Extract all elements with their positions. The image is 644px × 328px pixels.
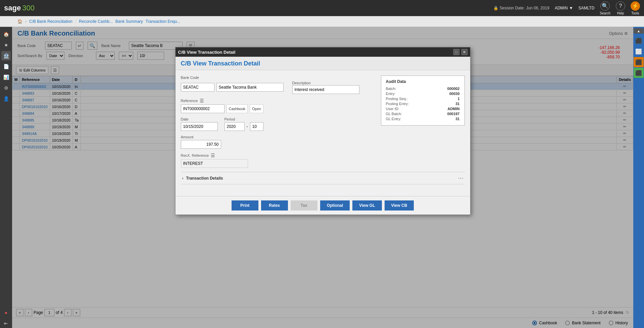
audit-posting-seq-row: Posting Seq.: 1 bbox=[386, 97, 460, 101]
modal-bank-code-field: Bank Code Description bbox=[181, 76, 376, 94]
modal-titlebar: C/B View Transaction Detail □ ✕ bbox=[176, 47, 470, 57]
modal-titlebar-text: C/B View Transaction Detail bbox=[178, 50, 236, 55]
audit-user-id-row: User ID: ADMIN bbox=[386, 107, 460, 111]
audit-entry-value: 00030 bbox=[449, 92, 460, 96]
audit-user-id-value: ADMIN bbox=[447, 107, 459, 111]
transaction-details-header[interactable]: › Transaction Details ⋯ bbox=[181, 172, 465, 184]
modal-description-input[interactable] bbox=[292, 85, 359, 94]
breadcrumb-cb-bank[interactable]: C/B Bank Reconciliation bbox=[29, 19, 72, 24]
main-layout: 🏠 ★ 🏦 📄 📊 ⚙ 👤 ● ⇤ C/B Bank Reconciliatio… bbox=[0, 27, 644, 328]
search-button[interactable]: 🔍 Search bbox=[600, 1, 610, 15]
audit-gl-entry-label: GL Entry: bbox=[386, 117, 401, 121]
audit-gl-batch-row: GL Batch: 000197 bbox=[386, 112, 460, 116]
modal-date-label: Date bbox=[181, 117, 218, 121]
sidebar-icon-red[interactable]: ● bbox=[1, 308, 11, 317]
modal-date-field: Date bbox=[181, 117, 218, 131]
right-btn-2[interactable]: ⬜ bbox=[634, 46, 644, 56]
breadcrumb-reconcile[interactable]: Reconcile Cashb... bbox=[79, 19, 113, 24]
right-btn-1[interactable]: ⬛ bbox=[634, 36, 644, 46]
modal-title-heading: C/B View Transaction Detail bbox=[181, 60, 260, 67]
modal-bank-code-label: Bank Code bbox=[181, 76, 376, 80]
rates-button[interactable]: Rates bbox=[261, 200, 288, 210]
breadcrumb-bar: 🏠 › C/B Bank Reconciliation : Reconcile … bbox=[0, 16, 644, 27]
modal-footer: Print Rates Tax Optional View GL View CB bbox=[176, 196, 470, 215]
audit-entry-label: Entry: bbox=[386, 92, 396, 96]
sidebar-icon-collapse[interactable]: ⇤ bbox=[1, 319, 11, 328]
admin-button[interactable]: ADMIN ▼ bbox=[555, 6, 573, 10]
modal-reference-label: Reference bbox=[181, 99, 198, 103]
top-bar-right: 🔒 Session Date: Jun 06, 2019 ADMIN ▼ SAM… bbox=[493, 1, 640, 15]
sidebar-icon-bank[interactable]: 🏦 bbox=[1, 51, 11, 60]
modal-date-input[interactable] bbox=[181, 122, 218, 131]
audit-gl-entry-row: GL Entry: 31 bbox=[386, 117, 460, 121]
home-icon[interactable]: 🏠 bbox=[17, 19, 22, 24]
modal-bank-name-input[interactable] bbox=[216, 83, 284, 92]
view-cb-button[interactable]: View CB bbox=[385, 200, 414, 210]
help-button[interactable]: ? Help bbox=[616, 1, 625, 15]
audit-gl-batch-value: 000197 bbox=[447, 112, 460, 116]
period-dash: - bbox=[247, 124, 248, 129]
modal-reference-input[interactable] bbox=[181, 104, 225, 113]
left-sidebar: 🏠 ★ 🏦 📄 📊 ⚙ 👤 ● ⇤ bbox=[0, 27, 12, 328]
right-sidebar: ▲ ⬛ ⬜ ⬛ ⬛ bbox=[633, 27, 644, 328]
audit-gl-batch-label: GL Batch: bbox=[386, 112, 402, 116]
audit-batch-value: 000002 bbox=[447, 87, 460, 91]
breadcrumb-trans-enq[interactable]: Transaction Enqu... bbox=[146, 19, 181, 24]
modal-open-tag: Open bbox=[250, 104, 263, 113]
audit-user-id-label: User ID: bbox=[386, 107, 399, 111]
audit-entry-row: Entry: 00030 bbox=[386, 92, 460, 96]
right-btn-orange[interactable]: ⬛ bbox=[634, 57, 644, 67]
audit-posting-entry-value: 31 bbox=[455, 102, 459, 106]
tax-button: Tax bbox=[291, 200, 317, 210]
sage-300-text: 300 bbox=[22, 4, 35, 12]
modal-amount-input[interactable] bbox=[181, 140, 221, 149]
modal-amount-field: Amount bbox=[181, 135, 376, 149]
modal-overlay: C/B View Transaction Detail □ ✕ C/B View… bbox=[12, 27, 633, 328]
modal-close-btn[interactable]: ✕ bbox=[461, 49, 467, 55]
audit-data-title: Audit Data bbox=[386, 79, 460, 84]
lock-icon: 🔒 bbox=[493, 6, 498, 10]
sidebar-icon-star[interactable]: ★ bbox=[1, 40, 11, 50]
sidebar-icon-settings[interactable]: ⚙ bbox=[1, 83, 11, 93]
view-gl-button[interactable]: View GL bbox=[352, 200, 382, 210]
breadcrumb-bank-summary[interactable]: Bank Summary bbox=[115, 19, 143, 24]
transaction-details-ellipsis[interactable]: ⋯ bbox=[458, 175, 463, 181]
recx-menu-icon[interactable]: ☰ bbox=[211, 153, 215, 158]
sidebar-icon-home[interactable]: 🏠 bbox=[1, 30, 11, 39]
modal-controls: □ ✕ bbox=[453, 49, 467, 55]
session-date: Jun 06, 2019 bbox=[526, 6, 549, 10]
sidebar-icon-person[interactable]: 👤 bbox=[1, 94, 11, 103]
optional-button[interactable]: Optional bbox=[320, 200, 350, 210]
top-bar: sage 300 🔒 Session Date: Jun 06, 2019 AD… bbox=[0, 0, 644, 16]
modal-left-col: Bank Code Description bbox=[181, 76, 376, 168]
sage-logo: sage 300 bbox=[4, 4, 35, 12]
modal-recx-label: RecX. Reference bbox=[181, 153, 209, 157]
tools-button[interactable]: ⚡ Tools bbox=[631, 1, 640, 15]
modal-bank-code-input[interactable] bbox=[181, 83, 214, 92]
transaction-detail-modal: C/B View Transaction Detail □ ✕ C/B View… bbox=[175, 47, 470, 215]
audit-data-box: Audit Data Batch: 000002 Entry: 00030 Po… bbox=[381, 76, 465, 126]
modal-reference-field: Reference ☰ Cashbook Open bbox=[181, 98, 376, 113]
modal-period-month-input[interactable] bbox=[250, 122, 263, 131]
chevron-right-icon: › bbox=[182, 176, 184, 181]
modal-body: Bank Code Description bbox=[176, 70, 470, 196]
modal-recx-field: RecX. Reference ☰ bbox=[181, 153, 376, 168]
modal-maximize-btn[interactable]: □ bbox=[453, 49, 459, 55]
audit-posting-entry-row: Posting Entry: 31 bbox=[386, 102, 460, 106]
audit-posting-seq-value: 1 bbox=[457, 97, 459, 101]
audit-batch-label: Batch: bbox=[386, 87, 396, 91]
audit-posting-seq-label: Posting Seq.: bbox=[386, 97, 408, 101]
sidebar-icon-doc[interactable]: 📄 bbox=[1, 62, 11, 71]
modal-cashbook-tag: Cashbook bbox=[227, 104, 248, 113]
session-info: 🔒 Session Date: Jun 06, 2019 bbox=[493, 6, 549, 10]
modal-header: C/B View Transaction Detail bbox=[176, 57, 470, 70]
right-btn-green[interactable]: ⬛ bbox=[634, 68, 644, 78]
session-label: Session Date: bbox=[500, 6, 525, 10]
sidebar-icon-chart[interactable]: 📊 bbox=[1, 73, 11, 82]
sage-logo-text: sage bbox=[4, 4, 21, 12]
modal-period-label: Period bbox=[225, 117, 263, 121]
modal-period-year-input[interactable] bbox=[225, 122, 245, 131]
audit-gl-entry-value: 31 bbox=[455, 117, 459, 121]
reference-menu-icon[interactable]: ☰ bbox=[200, 98, 204, 103]
print-button[interactable]: Print bbox=[232, 200, 258, 210]
